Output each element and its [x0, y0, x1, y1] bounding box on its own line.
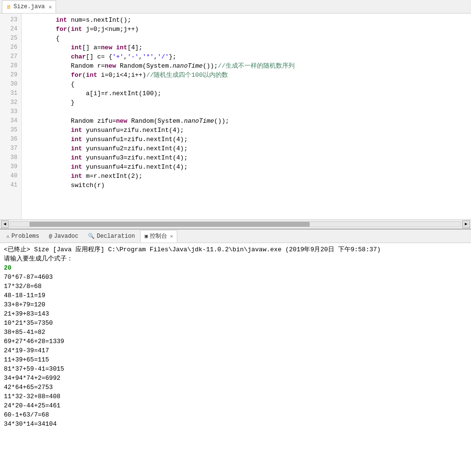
console-icon: ▣: [144, 233, 148, 239]
code-area[interactable]: int num=s.nextInt(); for(int j=0;j<num;j…: [22, 14, 471, 219]
console-prompt: 请输入要生成几个式子：: [4, 254, 467, 263]
console-tab-close[interactable]: ✕: [170, 233, 173, 239]
console-line-2: 17*32/8=68: [4, 282, 467, 291]
panel-tab-bar: ⚠ Problems @ Javadoc 🔍 Declaration ▣ 控制台…: [0, 230, 471, 243]
console-output[interactable]: <已终止> Size [Java 应用程序] C:\Program Files\…: [0, 243, 471, 431]
console-line-13: 42*64+65=2753: [4, 383, 467, 392]
editor-tab-close[interactable]: ✕: [49, 4, 52, 10]
scroll-track[interactable]: [10, 221, 461, 227]
console-line-12: 34+94*74+2=6992: [4, 374, 467, 383]
horizontal-scrollbar[interactable]: ◀ ▶: [0, 219, 471, 229]
editor-tab-label: Size.java: [14, 3, 45, 10]
console-line-10: 11+39+65=115: [4, 355, 467, 364]
tab-console-label: 控制台: [150, 232, 167, 240]
console-line-16: 60-1+63/7=68: [4, 410, 467, 419]
console-line-17: 34*30*14=34104: [4, 419, 467, 429]
line-numbers: 23 24 25 26 27 28 29 30 31 32 33 34 35 3…: [0, 14, 22, 219]
console-line-7: 38+85-41=82: [4, 328, 467, 337]
console-line-14: 11*32-32+88=408: [4, 392, 467, 401]
console-line-11: 81*37+59-41=3015: [4, 364, 467, 374]
tab-declaration[interactable]: 🔍 Declaration: [84, 230, 139, 243]
console-header: <已终止> Size [Java 应用程序] C:\Program Files\…: [4, 245, 467, 254]
tab-javadoc-label: Javadoc: [54, 233, 78, 240]
tab-declaration-label: Declaration: [97, 233, 135, 240]
bottom-panel: ⚠ Problems @ Javadoc 🔍 Declaration ▣ 控制台…: [0, 229, 471, 431]
console-line-1: 70*67-87=4603: [4, 273, 467, 282]
code-editor: 23 24 25 26 27 28 29 30 31 32 33 34 35 3…: [0, 14, 471, 229]
editor-tab-size-java[interactable]: 🗎 Size.java ✕: [2, 0, 56, 13]
console-count: 20: [4, 263, 467, 273]
code-content: 23 24 25 26 27 28 29 30 31 32 33 34 35 3…: [0, 14, 471, 219]
console-line-4: 33+8+79=120: [4, 300, 467, 309]
java-file-icon: 🗎: [6, 4, 12, 10]
tab-problems-label: Problems: [12, 233, 40, 240]
javadoc-icon: @: [49, 233, 52, 239]
console-line-9: 24*19-39=417: [4, 346, 467, 355]
tab-console[interactable]: ▣ 控制台 ✕: [140, 230, 177, 243]
problems-icon: ⚠: [6, 233, 10, 239]
console-line-3: 48-18-11=19: [4, 291, 467, 300]
declaration-icon: 🔍: [88, 233, 95, 239]
tab-problems[interactable]: ⚠ Problems: [2, 230, 43, 243]
scroll-thumb[interactable]: [29, 222, 310, 227]
console-line-15: 24*20-44+25=461: [4, 401, 467, 410]
console-line-8: 69+27*46+28=1339: [4, 337, 467, 346]
tab-javadoc[interactable]: @ Javadoc: [44, 230, 83, 243]
scroll-left-arrow[interactable]: ◀: [1, 220, 9, 228]
console-line-5: 21+39+83=143: [4, 309, 467, 318]
console-line-6: 10*21*35=7350: [4, 318, 467, 328]
scroll-right-arrow[interactable]: ▶: [462, 220, 470, 228]
editor-tab-bar: 🗎 Size.java ✕: [0, 0, 471, 14]
